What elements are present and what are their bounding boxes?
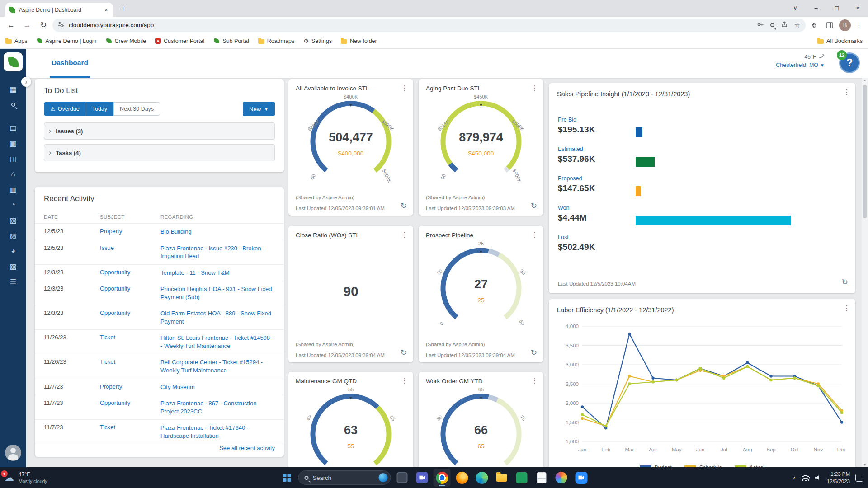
tab-search-icon[interactable]: ∨ — [785, 0, 806, 15]
card-menu-icon[interactable]: ⋮ — [530, 376, 540, 385]
taskbar-task-view-icon[interactable] — [394, 469, 411, 487]
bookmark-star-icon[interactable]: ☆ — [794, 21, 800, 29]
volume-icon[interactable] — [815, 475, 821, 480]
aspire-logo[interactable] — [4, 52, 23, 71]
todo-filter-overdue[interactable]: ⚠Overdue — [44, 102, 86, 116]
taskbar-copilot-icon[interactable] — [553, 469, 570, 487]
todo-filter-next-30-days[interactable]: Next 30 Days — [113, 102, 160, 116]
subject-link[interactable]: Ticket — [100, 334, 160, 341]
bookmark-item[interactable]: Aspire Demo | Login — [37, 38, 97, 44]
sidebar-properties-icon[interactable]: ⌂ — [0, 166, 26, 182]
sidebar-reports-icon[interactable]: ▥ — [0, 182, 26, 197]
taskbar-firefox-icon[interactable] — [453, 469, 471, 487]
scroll-up-arrow[interactable]: ▲ — [862, 79, 868, 82]
subject-link[interactable]: Property — [100, 228, 160, 235]
sidebar-media-icon[interactable]: ▧ — [0, 212, 26, 228]
refresh-icon[interactable]: ↻ — [842, 277, 848, 287]
tab-dashboard[interactable]: Dashboard — [50, 49, 90, 78]
subject-link[interactable]: Opportunity — [100, 310, 160, 316]
regarding-link[interactable]: Bell Corporate Center - Ticket #15294 - … — [160, 358, 275, 374]
todo-filter-today[interactable]: Today — [86, 102, 113, 116]
sidebar-purchasing-icon[interactable]: ▩ — [0, 258, 26, 274]
refresh-icon[interactable]: ↻ — [401, 348, 407, 357]
regarding-link[interactable]: City Museum — [160, 383, 275, 391]
password-key-icon[interactable] — [757, 21, 764, 30]
card-menu-icon[interactable]: ⋮ — [400, 84, 410, 92]
tab-close-icon[interactable]: × — [103, 6, 109, 14]
sidebar-search-icon[interactable] — [0, 97, 26, 112]
all-bookmarks-button[interactable]: All Bookmarks — [817, 38, 863, 44]
wifi-icon[interactable] — [802, 475, 810, 481]
share-icon[interactable] — [781, 21, 788, 30]
todo-section[interactable]: › Tasks (4) — [44, 144, 275, 161]
scrollbar-thumb[interactable] — [863, 85, 867, 218]
card-menu-icon[interactable]: ⋮ — [842, 304, 852, 312]
regarding-link[interactable]: Plaza Frontenac - Ticket #17640 - Hardsc… — [160, 424, 275, 440]
subject-link[interactable]: Ticket — [100, 424, 160, 431]
start-button[interactable] — [278, 469, 296, 487]
bookmark-item[interactable]: Apps — [5, 38, 28, 44]
window-maximize-button[interactable]: ◻ — [826, 0, 847, 15]
regarding-link[interactable]: Princeton Heights HOA - 931 - Snow Fixed… — [160, 285, 275, 301]
refresh-icon[interactable]: ↻ — [531, 201, 537, 211]
bookmark-item[interactable]: Roadmaps — [258, 38, 294, 44]
sidebar-invoicing-icon[interactable]: ▤ — [0, 120, 26, 136]
todo-section[interactable]: › Issues (3) — [44, 122, 275, 140]
taskbar-file-explorer-icon[interactable] — [493, 469, 510, 487]
subject-link[interactable]: Opportunity — [100, 399, 160, 406]
browser-tab[interactable]: Aspire Demo | Dashboard × — [5, 3, 113, 17]
subject-link[interactable]: Opportunity — [100, 285, 160, 292]
taskbar-clock[interactable]: 1:23 PM 12/5/2023 — [827, 470, 850, 485]
refresh-icon[interactable]: ↻ — [401, 201, 407, 211]
location-dropdown[interactable]: Chesterfield, MO ▼ — [776, 62, 825, 68]
subject-link[interactable]: Issue — [100, 244, 160, 251]
browser-menu-icon[interactable]: ⋮ — [854, 21, 864, 29]
new-tab-button[interactable]: + — [117, 3, 129, 15]
regarding-link[interactable]: Old Farm Estates HOA - 889 - Snow Fixed … — [160, 310, 275, 325]
back-button[interactable]: ← — [4, 18, 18, 33]
bookmark-item[interactable]: Customer Portal — [155, 38, 204, 44]
card-menu-icon[interactable]: ⋮ — [842, 88, 852, 96]
window-close-button[interactable]: × — [847, 0, 868, 15]
side-panel-icon[interactable] — [823, 19, 836, 32]
card-menu-icon[interactable]: ⋮ — [400, 376, 410, 385]
profile-avatar[interactable]: B — [839, 19, 851, 31]
see-all-recent-activity-link[interactable]: See all recent activity — [219, 445, 275, 451]
card-menu-icon[interactable]: ⋮ — [400, 230, 410, 239]
taskbar-sheets-icon[interactable] — [513, 469, 530, 487]
bookmark-item[interactable]: ⚙ Settings — [303, 38, 332, 44]
user-avatar[interactable] — [5, 445, 21, 461]
subject-link[interactable]: Property — [100, 383, 160, 390]
taskbar-notepad-icon[interactable] — [533, 469, 550, 487]
forward-button[interactable]: → — [20, 18, 34, 33]
sidebar-collapse-toggle[interactable]: › — [21, 77, 31, 87]
refresh-icon[interactable]: ↻ — [531, 348, 537, 357]
regarding-link[interactable]: Plaza Frontenac - 867 - Construction Pro… — [160, 399, 275, 415]
sidebar-contacts-icon[interactable]: ◫ — [0, 151, 26, 166]
subject-link[interactable]: Opportunity — [100, 269, 160, 276]
card-menu-icon[interactable]: ⋮ — [530, 84, 540, 92]
bookmark-item[interactable]: New folder — [341, 38, 377, 44]
taskbar-edge-icon[interactable] — [473, 469, 491, 487]
regarding-link[interactable]: Hilton St. Louis Frontenac - Ticket #145… — [160, 334, 275, 350]
regarding-link[interactable]: Template - 11 - Snow T&M — [160, 269, 275, 277]
regarding-link[interactable]: Plaza Frontenac - Issue #230 - Broken Ir… — [160, 244, 275, 260]
sidebar-sales-icon[interactable]: ◔ — [0, 197, 26, 212]
window-minimize-button[interactable]: – — [806, 0, 826, 15]
sidebar-schedule-icon[interactable]: ▣ — [0, 136, 26, 151]
reload-button[interactable]: ↻ — [36, 18, 51, 33]
extensions-puzzle-icon[interactable] — [807, 19, 821, 32]
new-button[interactable]: New▼ — [243, 102, 275, 116]
sidebar-inventory-icon[interactable]: ☰ — [0, 274, 26, 289]
sidebar-analytics-icon[interactable]: ◕ — [0, 243, 26, 258]
help-button[interactable]: 12 ? — [839, 52, 860, 73]
card-menu-icon[interactable]: ⋮ — [530, 230, 540, 239]
tray-expand-icon[interactable]: ∧ — [793, 475, 796, 480]
taskbar-chrome-icon[interactable] — [434, 469, 451, 487]
lens-search-icon[interactable] — [770, 23, 774, 27]
taskbar-weather-widget[interactable]: ☁1 47°F Mostly cloudy — [5, 467, 47, 488]
taskbar-meet-icon[interactable] — [414, 469, 431, 487]
scroll-down-arrow[interactable]: ▼ — [862, 463, 868, 466]
address-bar[interactable]: clouddemo.youraspire.com/app ☆ — [52, 19, 806, 32]
regarding-link[interactable]: Bio Building — [160, 228, 275, 236]
